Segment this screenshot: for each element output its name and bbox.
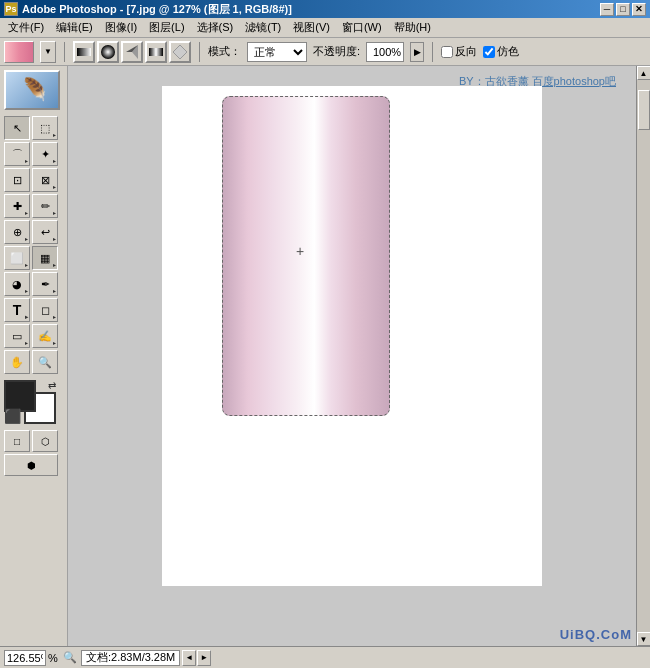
preset-radial[interactable] <box>97 41 119 63</box>
crosshair-cursor <box>300 250 312 262</box>
doc-info: 文档:2.83M/3.28M <box>81 650 180 666</box>
canvas-content: BY：古欲香薰 百度photoshop吧 <box>68 66 636 646</box>
menu-filter[interactable]: 滤镜(T) <box>239 18 287 37</box>
svg-point-1 <box>101 45 115 59</box>
svg-rect-4 <box>149 48 163 56</box>
menu-layer[interactable]: 图层(L) <box>143 18 190 37</box>
ps-logo: 🪶 <box>4 70 60 110</box>
preset-reflected[interactable] <box>145 41 167 63</box>
tool-row-5: ⊕▸ ↩▸ <box>4 220 63 244</box>
color-swatches: ⬛ ⇄ <box>4 380 56 424</box>
quickmask-mode[interactable]: ⬡ <box>32 430 58 452</box>
canvas-surface[interactable] <box>162 86 542 586</box>
menu-bar: 文件(F) 编辑(E) 图像(I) 图层(L) 选择(S) 滤镜(T) 视图(V… <box>0 18 650 38</box>
gradient-swatch[interactable] <box>4 41 34 63</box>
close-button[interactable]: ✕ <box>632 3 646 16</box>
nav-next-button[interactable]: ► <box>197 650 211 666</box>
mode-label: 模式： <box>208 44 241 59</box>
toolbox: 🪶 ↖ ⬚▸ ⌒▸ ✦▸ ⊡ ⊠▸ ✚▸ ✏▸ ⊕▸ ↩▸ ⬜▸ ▦▸ ◕▸ <box>0 66 68 646</box>
eraser-tool[interactable]: ⬜▸ <box>4 246 30 270</box>
opacity-label: 不透明度: <box>313 44 360 59</box>
svg-rect-0 <box>77 48 91 56</box>
lasso-tool[interactable]: ⌒▸ <box>4 142 30 166</box>
standard-mode[interactable]: □ <box>4 430 30 452</box>
status-zoom-area: % <box>4 650 59 666</box>
dodge-tool[interactable]: ◕▸ <box>4 272 30 296</box>
scroll-down-arrow[interactable]: ▼ <box>637 632 651 646</box>
zoom-input[interactable] <box>4 650 46 666</box>
marquee-tool[interactable]: ⬚▸ <box>32 116 58 140</box>
title-bar-left: Ps Adobe Photoshop - [7.jpg @ 127% (图层 1… <box>4 2 292 17</box>
menu-help[interactable]: 帮助(H) <box>388 18 437 37</box>
preset-angle[interactable] <box>121 41 143 63</box>
preset-diamond[interactable] <box>169 41 191 63</box>
scroll-up-arrow[interactable]: ▲ <box>637 66 651 80</box>
mode-row-1: □ ⬡ <box>4 430 63 452</box>
crop-tool[interactable]: ⊡ <box>4 168 30 192</box>
menu-select[interactable]: 选择(S) <box>191 18 240 37</box>
mode-select[interactable]: 正常 <box>247 42 307 62</box>
brush-tool[interactable]: ✏▸ <box>32 194 58 218</box>
tool-row-9: ▭▸ ✍▸ <box>4 324 63 348</box>
dither-checkbox[interactable] <box>483 46 495 58</box>
slice-tool[interactable]: ⊠▸ <box>32 168 58 192</box>
pen-tool[interactable]: ✒▸ <box>32 272 58 296</box>
reverse-checkbox[interactable] <box>441 46 453 58</box>
hand-tool[interactable]: ✋ <box>4 350 30 374</box>
separator-2 <box>199 42 200 62</box>
magic-wand-tool[interactable]: ✦▸ <box>32 142 58 166</box>
reset-colors-icon[interactable]: ⬛ <box>4 408 21 424</box>
gradient-tool[interactable]: ▦▸ <box>32 246 58 270</box>
title-text: Adobe Photoshop - [7.jpg @ 127% (图层 1, R… <box>22 2 292 17</box>
app-icon: Ps <box>4 2 18 16</box>
opacity-arrow[interactable]: ▶ <box>410 42 424 62</box>
canvas-image[interactable] <box>222 96 390 416</box>
view-modes: □ ⬡ ⬢ <box>4 430 63 476</box>
tool-row-10: ✋ 🔍 <box>4 350 63 374</box>
gradient-dropdown[interactable]: ▼ <box>40 41 56 63</box>
status-nav-arrows: ◄ ► <box>182 650 211 666</box>
zoom-percent: % <box>48 652 58 664</box>
preset-linear[interactable] <box>73 41 95 63</box>
separator-3 <box>432 42 433 62</box>
move-tool[interactable]: ↖ <box>4 116 30 140</box>
maximize-button[interactable]: □ <box>616 3 630 16</box>
nav-prev-button[interactable]: ◄ <box>182 650 196 666</box>
opacity-input[interactable] <box>366 42 404 62</box>
status-bar: % 🔍 文档:2.83M/3.28M ◄ ► <box>0 646 650 668</box>
path-select-tool[interactable]: ◻▸ <box>32 298 58 322</box>
preset-buttons <box>73 41 191 63</box>
scroll-track-vertical[interactable] <box>637 80 651 632</box>
menu-image[interactable]: 图像(I) <box>99 18 143 37</box>
tool-row-8: T▸ ◻▸ <box>4 298 63 322</box>
minimize-button[interactable]: ─ <box>600 3 614 16</box>
tool-row-1: ↖ ⬚▸ <box>4 116 63 140</box>
heal-tool[interactable]: ✚▸ <box>4 194 30 218</box>
reverse-label: 反向 <box>455 44 477 59</box>
notes-tool[interactable]: ✍▸ <box>32 324 58 348</box>
separator-1 <box>64 42 65 62</box>
svg-marker-5 <box>173 45 187 59</box>
history-brush-tool[interactable]: ↩▸ <box>32 220 58 244</box>
menu-edit[interactable]: 编辑(E) <box>50 18 99 37</box>
title-bar: Ps Adobe Photoshop - [7.jpg @ 127% (图层 1… <box>0 0 650 18</box>
title-bar-controls[interactable]: ─ □ ✕ <box>600 3 646 16</box>
zoom-tool[interactable]: 🔍 <box>32 350 58 374</box>
menu-file[interactable]: 文件(F) <box>2 18 50 37</box>
menu-view[interactable]: 视图(V) <box>287 18 336 37</box>
fullscreen-mode[interactable]: ⬢ <box>4 454 58 476</box>
reverse-checkbox-label[interactable]: 反向 <box>441 44 477 59</box>
tool-row-6: ⬜▸ ▦▸ <box>4 246 63 270</box>
canvas-area[interactable]: BY：古欲香薰 百度photoshop吧 ▲ ▼ UiBQ.CoM <box>68 66 650 646</box>
type-tool[interactable]: T▸ <box>4 298 30 322</box>
scrollbar-vertical[interactable]: ▲ ▼ <box>636 66 650 646</box>
scroll-thumb-vertical[interactable] <box>638 90 650 130</box>
stamp-tool[interactable]: ⊕▸ <box>4 220 30 244</box>
main-area: 🪶 ↖ ⬚▸ ⌒▸ ✦▸ ⊡ ⊠▸ ✚▸ ✏▸ ⊕▸ ↩▸ ⬜▸ ▦▸ ◕▸ <box>0 66 650 646</box>
switch-colors-icon[interactable]: ⇄ <box>48 380 56 391</box>
dither-label: 仿色 <box>497 44 519 59</box>
shape-tool[interactable]: ▭▸ <box>4 324 30 348</box>
uibq-watermark: UiBQ.CoM <box>560 627 632 642</box>
menu-window[interactable]: 窗口(W) <box>336 18 388 37</box>
dither-checkbox-label[interactable]: 仿色 <box>483 44 519 59</box>
